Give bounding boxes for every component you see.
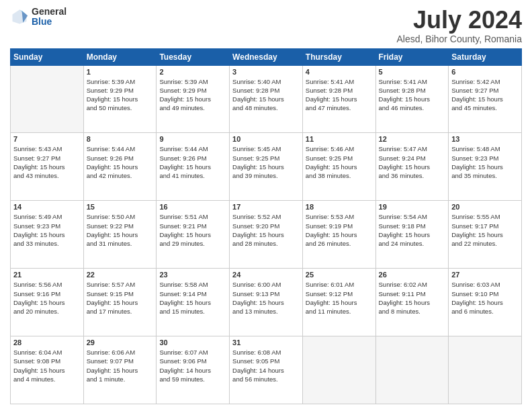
cell-info: Sunrise: 5:44 AMSunset: 9:26 PMDaylight:… [159,144,226,180]
logo-blue-text: Blue [32,17,66,27]
main-title: July 2024 [397,7,523,34]
calendar-cell: 15Sunrise: 5:50 AMSunset: 9:22 PMDayligh… [83,201,157,269]
calendar-cell: 13Sunrise: 5:48 AMSunset: 9:23 PMDayligh… [449,133,522,201]
calendar-cell [11,65,84,133]
calendar-week-row: 1Sunrise: 5:39 AMSunset: 9:29 PMDaylight… [11,65,522,133]
cell-info: Sunrise: 6:06 AMSunset: 9:07 PMDaylight:… [87,348,154,383]
calendar-table: SundayMondayTuesdayWednesdayThursdayFrid… [10,48,522,404]
cell-info: Sunrise: 5:43 AMSunset: 9:27 PMDaylight:… [13,144,81,180]
calendar-cell: 24Sunrise: 6:00 AMSunset: 9:13 PMDayligh… [230,269,303,336]
cell-info: Sunrise: 5:54 AMSunset: 9:18 PMDaylight:… [379,212,446,248]
calendar-cell: 11Sunrise: 5:46 AMSunset: 9:25 PMDayligh… [302,133,375,201]
cell-info: Sunrise: 5:44 AMSunset: 9:26 PMDaylight:… [87,144,154,180]
cell-info: Sunrise: 5:46 AMSunset: 9:25 PMDaylight:… [306,144,373,180]
day-number: 27 [451,271,519,279]
day-number: 18 [306,203,373,211]
calendar-cell: 4Sunrise: 5:41 AMSunset: 9:28 PMDaylight… [302,65,375,133]
calendar-cell [449,336,522,404]
day-number: 7 [13,135,81,143]
cell-info: Sunrise: 5:47 AMSunset: 9:24 PMDaylight:… [379,144,446,180]
calendar-cell [375,336,449,404]
day-number: 23 [159,271,226,279]
calendar-cell: 27Sunrise: 6:03 AMSunset: 9:10 PMDayligh… [449,269,522,336]
logo-text: General Blue [32,7,66,28]
day-number: 13 [451,135,519,143]
calendar-cell: 2Sunrise: 5:39 AMSunset: 9:29 PMDaylight… [157,65,230,133]
day-number: 1 [87,68,154,76]
calendar-cell: 20Sunrise: 5:55 AMSunset: 9:17 PMDayligh… [449,201,522,269]
day-number: 12 [379,135,446,143]
cell-info: Sunrise: 5:39 AMSunset: 9:29 PMDaylight:… [159,77,226,113]
calendar-cell: 12Sunrise: 5:47 AMSunset: 9:24 PMDayligh… [375,133,449,201]
cell-info: Sunrise: 6:02 AMSunset: 9:11 PMDaylight:… [379,280,446,316]
day-number: 24 [232,271,300,279]
calendar-cell: 9Sunrise: 5:44 AMSunset: 9:26 PMDaylight… [157,133,230,201]
cell-info: Sunrise: 5:45 AMSunset: 9:25 PMDaylight:… [232,144,300,180]
calendar-cell: 16Sunrise: 5:51 AMSunset: 9:21 PMDayligh… [157,201,230,269]
cell-info: Sunrise: 6:01 AMSunset: 9:12 PMDaylight:… [306,280,373,316]
weekday-header: Saturday [449,48,522,65]
weekday-header: Wednesday [230,48,303,65]
cell-info: Sunrise: 5:49 AMSunset: 9:23 PMDaylight:… [13,212,81,248]
day-number: 3 [232,68,300,76]
day-number: 20 [451,203,519,211]
day-number: 19 [379,203,446,211]
weekday-header: Friday [375,48,449,65]
calendar-cell [302,336,375,404]
cell-info: Sunrise: 5:50 AMSunset: 9:22 PMDaylight:… [87,212,154,248]
calendar-cell: 19Sunrise: 5:54 AMSunset: 9:18 PMDayligh… [375,201,449,269]
cell-info: Sunrise: 6:00 AMSunset: 9:13 PMDaylight:… [232,280,300,316]
title-area: July 2024 Alesd, Bihor County, Romania [397,7,523,44]
calendar-cell: 6Sunrise: 5:42 AMSunset: 9:27 PMDaylight… [449,65,522,133]
cell-info: Sunrise: 6:04 AMSunset: 9:08 PMDaylight:… [13,348,81,383]
day-number: 30 [159,338,226,347]
cell-info: Sunrise: 5:42 AMSunset: 9:27 PMDaylight:… [451,77,519,113]
weekday-header: Sunday [11,48,84,65]
cell-info: Sunrise: 5:55 AMSunset: 9:17 PMDaylight:… [451,212,519,248]
day-number: 5 [379,68,446,76]
day-number: 25 [306,271,373,279]
day-number: 9 [159,135,226,143]
subtitle: Alesd, Bihor County, Romania [397,34,523,44]
cell-info: Sunrise: 5:40 AMSunset: 9:28 PMDaylight:… [232,77,300,113]
day-number: 15 [87,203,154,211]
weekday-header: Thursday [302,48,375,65]
calendar-cell: 31Sunrise: 6:08 AMSunset: 9:05 PMDayligh… [230,336,303,404]
cell-info: Sunrise: 5:41 AMSunset: 9:28 PMDaylight:… [306,77,373,113]
calendar-week-row: 21Sunrise: 5:56 AMSunset: 9:16 PMDayligh… [11,269,522,336]
cell-info: Sunrise: 5:57 AMSunset: 9:15 PMDaylight:… [87,280,154,316]
header: General Blue July 2024 Alesd, Bihor Coun… [10,7,522,44]
day-number: 10 [232,135,300,143]
cell-info: Sunrise: 5:52 AMSunset: 9:20 PMDaylight:… [232,212,300,248]
calendar-cell: 17Sunrise: 5:52 AMSunset: 9:20 PMDayligh… [230,201,303,269]
calendar-cell: 8Sunrise: 5:44 AMSunset: 9:26 PMDaylight… [83,133,157,201]
day-number: 29 [87,338,154,347]
day-number: 8 [87,135,154,143]
page: General Blue July 2024 Alesd, Bihor Coun… [0,0,532,411]
cell-info: Sunrise: 6:03 AMSunset: 9:10 PMDaylight:… [451,280,519,316]
calendar-cell: 28Sunrise: 6:04 AMSunset: 9:08 PMDayligh… [11,336,84,404]
cell-info: Sunrise: 5:56 AMSunset: 9:16 PMDaylight:… [13,280,81,316]
day-number: 31 [232,338,300,347]
day-number: 21 [13,271,81,279]
cell-info: Sunrise: 5:39 AMSunset: 9:29 PMDaylight:… [87,77,154,113]
day-number: 28 [13,338,81,347]
cell-info: Sunrise: 5:51 AMSunset: 9:21 PMDaylight:… [159,212,226,248]
cell-info: Sunrise: 5:48 AMSunset: 9:23 PMDaylight:… [451,144,519,180]
cell-info: Sunrise: 5:41 AMSunset: 9:28 PMDaylight:… [379,77,446,113]
day-number: 17 [232,203,300,211]
calendar-cell: 10Sunrise: 5:45 AMSunset: 9:25 PMDayligh… [230,133,303,201]
day-number: 6 [451,68,519,76]
day-number: 4 [306,68,373,76]
calendar-week-row: 7Sunrise: 5:43 AMSunset: 9:27 PMDaylight… [11,133,522,201]
calendar-week-row: 14Sunrise: 5:49 AMSunset: 9:23 PMDayligh… [11,201,522,269]
calendar-cell: 5Sunrise: 5:41 AMSunset: 9:28 PMDaylight… [375,65,449,133]
day-number: 22 [87,271,154,279]
calendar-cell: 26Sunrise: 6:02 AMSunset: 9:11 PMDayligh… [375,269,449,336]
cell-info: Sunrise: 5:53 AMSunset: 9:19 PMDaylight:… [306,212,373,248]
calendar-cell: 30Sunrise: 6:07 AMSunset: 9:06 PMDayligh… [157,336,230,404]
calendar-cell: 21Sunrise: 5:56 AMSunset: 9:16 PMDayligh… [11,269,84,336]
cell-info: Sunrise: 6:07 AMSunset: 9:06 PMDaylight:… [159,348,226,383]
day-number: 11 [306,135,373,143]
calendar-week-row: 28Sunrise: 6:04 AMSunset: 9:08 PMDayligh… [11,336,522,404]
